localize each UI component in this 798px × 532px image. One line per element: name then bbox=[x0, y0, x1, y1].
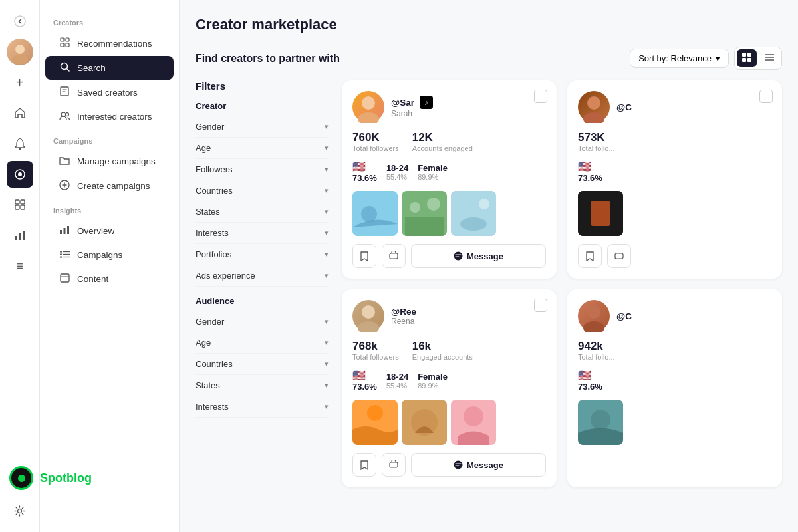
svg-point-43 bbox=[361, 206, 377, 222]
svg-point-67 bbox=[454, 461, 463, 469]
svg-point-45 bbox=[410, 202, 420, 213]
flag-icon: 🇺🇸 bbox=[352, 369, 377, 382]
filters-panel: Filters Creator Gender ▾ Age ▾ Followers… bbox=[196, 80, 329, 487]
thumbnail-3 bbox=[451, 191, 496, 236]
svg-point-13 bbox=[18, 509, 22, 513]
svg-rect-33 bbox=[742, 53, 746, 57]
svg-rect-16 bbox=[61, 43, 64, 47]
bookmark-button[interactable] bbox=[352, 453, 376, 477]
filter-portfolios[interactable]: Portfolios ▾ bbox=[196, 244, 329, 265]
share-button[interactable] bbox=[382, 453, 406, 477]
gender: Female bbox=[418, 163, 448, 173]
filter-age[interactable]: Age ▾ bbox=[196, 138, 329, 159]
marketplace-button[interactable] bbox=[7, 161, 33, 188]
share-button[interactable] bbox=[382, 244, 406, 268]
sidebar-item-campaigns-insight[interactable]: Campaigns bbox=[45, 243, 174, 267]
more-menu-button[interactable]: ≡ bbox=[7, 253, 33, 279]
stats-row: 942k Total follo... bbox=[578, 340, 771, 361]
audience-filter-countries[interactable]: Countries ▾ bbox=[196, 354, 329, 375]
sidebar-item-create-campaigns[interactable]: Create campaigns bbox=[45, 174, 174, 198]
filter-interests[interactable]: Interests ▾ bbox=[196, 223, 329, 244]
svg-point-40 bbox=[362, 96, 375, 110]
user-avatar[interactable] bbox=[7, 39, 33, 65]
select-checkbox-reena[interactable] bbox=[534, 299, 547, 312]
chevron-icon: ▾ bbox=[325, 402, 329, 411]
sidebar-item-interested-creators[interactable]: Interested creators bbox=[45, 105, 174, 128]
bookmark-button[interactable] bbox=[578, 244, 602, 268]
filter-countries[interactable]: Countries ▾ bbox=[196, 180, 329, 201]
saved-creators-label: Saved creators bbox=[77, 88, 138, 98]
chevron-icon: ▾ bbox=[325, 381, 329, 390]
message-button[interactable]: Message bbox=[411, 244, 546, 268]
svg-point-20 bbox=[61, 112, 65, 116]
demographics-row: 🇺🇸 73.6% 18-24 55.4% Female 89.9% bbox=[352, 369, 546, 392]
chevron-icon: ▾ bbox=[325, 229, 329, 237]
svg-rect-51 bbox=[390, 253, 398, 259]
select-checkbox-c2[interactable] bbox=[759, 90, 773, 103]
message-button[interactable]: Message bbox=[411, 453, 546, 477]
sidebar-item-search[interactable]: Search bbox=[45, 56, 174, 80]
gallery-button[interactable] bbox=[7, 192, 33, 218]
bookmark-button[interactable] bbox=[352, 244, 376, 268]
svg-rect-56 bbox=[591, 201, 610, 226]
analytics-button[interactable] bbox=[7, 222, 33, 249]
filter-followers[interactable]: Followers ▾ bbox=[196, 159, 329, 180]
gender-pct: 89.9% bbox=[418, 173, 448, 181]
filter-ads-experience[interactable]: Ads experience ▾ bbox=[196, 265, 329, 287]
home-button[interactable] bbox=[7, 100, 33, 126]
sidebar-item-saved-creators[interactable]: Saved creators bbox=[45, 80, 174, 104]
audience-states-label: States bbox=[196, 380, 220, 390]
share-button[interactable] bbox=[607, 244, 631, 268]
sort-chevron-icon: ▾ bbox=[716, 53, 720, 63]
flag-pct: 73.6% bbox=[352, 382, 377, 392]
card-actions bbox=[578, 244, 771, 268]
settings-button[interactable] bbox=[7, 497, 33, 524]
flag-icon: 🇺🇸 bbox=[352, 160, 377, 173]
svg-point-50 bbox=[479, 199, 489, 209]
svg-point-0 bbox=[15, 16, 25, 27]
sidebar-item-content[interactable]: Content bbox=[45, 267, 174, 291]
audience-filter-age[interactable]: Age ▾ bbox=[196, 332, 329, 354]
flag-icon: 🇺🇸 bbox=[578, 369, 602, 382]
audience-filter-interests[interactable]: Interests ▾ bbox=[196, 396, 329, 418]
sidebar-item-recommendations[interactable]: Recommendations bbox=[45, 31, 174, 55]
sidebar-item-overview[interactable]: Overview bbox=[45, 219, 174, 243]
creator-handle: @C bbox=[616, 311, 771, 321]
flag-pct: 73.6% bbox=[578, 382, 602, 392]
followers-value: 942k bbox=[578, 340, 615, 353]
recommendations-label: Recommendations bbox=[77, 39, 152, 49]
brand-logo-area: Spotblog bbox=[40, 461, 179, 495]
stats-row: 573K Total follo... bbox=[578, 131, 771, 152]
svg-rect-24 bbox=[64, 228, 66, 234]
filter-states[interactable]: States ▾ bbox=[196, 201, 329, 223]
audience-filter-states[interactable]: States ▾ bbox=[196, 375, 329, 396]
filter-gender[interactable]: Gender ▾ bbox=[196, 116, 329, 138]
chevron-icon: ▾ bbox=[325, 186, 329, 195]
followers-value: 573K bbox=[578, 131, 615, 144]
list-view-button[interactable] bbox=[759, 49, 779, 67]
creator-avatar-sarah bbox=[352, 91, 384, 123]
select-checkbox-sarah[interactable] bbox=[534, 90, 547, 103]
svg-point-28 bbox=[60, 253, 62, 255]
svg-rect-66 bbox=[390, 462, 398, 467]
manage-campaigns-label: Manage campaigns bbox=[77, 156, 156, 166]
svg-point-21 bbox=[66, 113, 69, 116]
engaged-value: 16k bbox=[412, 340, 473, 353]
content-label: Content bbox=[77, 274, 108, 284]
audience-filter-gender[interactable]: Gender ▾ bbox=[196, 311, 329, 332]
add-button[interactable]: + bbox=[7, 69, 33, 96]
sort-select[interactable]: Sort by: Relevance ▾ bbox=[630, 49, 729, 68]
notifications-button[interactable] bbox=[7, 130, 33, 157]
age-pct: 55.4% bbox=[386, 173, 408, 181]
tiktok-icon: ♪ bbox=[420, 96, 433, 109]
svg-rect-9 bbox=[21, 205, 25, 209]
svg-rect-25 bbox=[67, 226, 69, 234]
search-icon bbox=[59, 62, 70, 74]
engaged-label: Engaged accounts bbox=[412, 353, 473, 361]
sidebar-item-manage-campaigns[interactable]: Manage campaigns bbox=[45, 150, 174, 173]
chevron-icon: ▾ bbox=[325, 165, 329, 174]
back-button[interactable] bbox=[7, 8, 33, 35]
svg-point-49 bbox=[460, 217, 487, 231]
svg-point-26 bbox=[60, 251, 62, 253]
grid-view-button[interactable] bbox=[737, 49, 757, 67]
